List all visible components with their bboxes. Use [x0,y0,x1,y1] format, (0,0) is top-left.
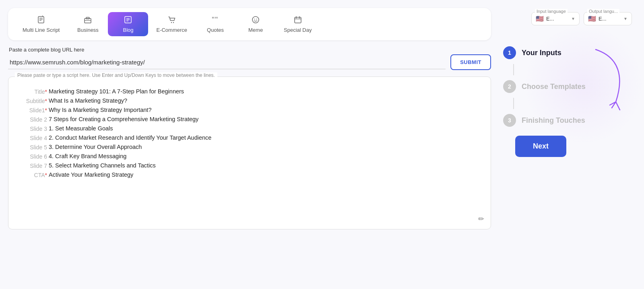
tab-label-special-day: Special Day [284,27,312,33]
step-label-3: Finishing Touches [522,116,585,125]
tab-quotes[interactable]: ""Quotes [195,12,235,36]
script-line: Slide 42. Conduct Market Research and Id… [15,134,484,141]
script-line-label-1: Subtitle* [15,97,47,104]
svg-point-16 [252,17,259,23]
submit-button[interactable]: SUBMIT [450,54,491,70]
tab-icon-business [83,15,92,25]
step-connector-2 [513,98,514,109]
step-connector-1 [513,64,514,75]
script-line-content-9: Activate Your Marketing Strategy [49,171,484,178]
tab-label-meme: Meme [248,27,263,33]
edit-icon[interactable]: ✏ [478,215,484,223]
tab-blog[interactable]: Blog [108,12,148,36]
svg-rect-0 [38,17,44,23]
steps-and-next: 1Your Inputs2Choose Templates3Finishing … [499,37,636,157]
output-language-arrow: ▼ [623,17,627,21]
output-language-value: E... [599,16,607,22]
script-line-label-6: Slide 5 [15,144,47,151]
script-line-content-5: 2. Conduct Market Research and Identify … [49,134,484,141]
script-line-label-4: Slide 3 [15,125,47,132]
required-asterisk: * [45,172,47,178]
svg-rect-19 [295,17,301,23]
output-flag: 🇺🇸 [588,15,596,23]
tab-business[interactable]: Business [68,12,108,36]
tab-icon-quotes: "" [211,15,220,25]
script-line-label-5: Slide 4 [15,134,47,141]
script-line-content-0: Marketing Strategy 101: A 7-Step Plan fo… [49,88,484,95]
url-input[interactable] [8,56,446,69]
required-asterisk: * [45,107,47,114]
url-section: Paste a complete blog URL here SUBMIT [8,47,491,70]
svg-rect-6 [86,17,89,19]
script-line-label-0: Title* [15,88,47,95]
svg-text:": " [215,16,218,24]
script-line: Subtitle*What Is a Marketing Strategy? [15,97,484,104]
tab-label-multi-line-script: Multi Line Script [23,27,60,33]
tab-icon-meme [251,15,260,25]
script-line-label-3: Slide 2 [15,116,47,123]
script-line-label-9: CTA* [15,171,47,178]
script-line-content-3: 7 Steps for Creating a Comprehensive Mar… [49,116,484,122]
svg-text:": " [212,16,215,24]
script-line-label-2: Slide1* [15,107,47,114]
output-language-label: Output langu... [587,9,619,14]
next-button[interactable]: Next [515,136,566,157]
curved-arrow [588,45,624,118]
tab-multi-line-script[interactable]: Multi Line Script [14,12,68,36]
url-input-row: SUBMIT [8,54,491,70]
required-asterisk: * [45,98,47,104]
input-language-value: E... [546,16,554,22]
script-line-content-4: 1. Set Measurable Goals [49,125,484,132]
lang-dropdowns: Input language 🇺🇸 E... ▼ Output langu...… [531,12,632,25]
script-line: Slide 27 Steps for Creating a Comprehens… [15,116,484,123]
right-sidebar: Input language 🇺🇸 E... ▼ Output langu...… [499,8,636,281]
script-line: Slide 75. Select Marketing Channels and … [15,162,484,169]
script-line: Slide1*Why Is a Marketing Strategy Impor… [15,107,484,114]
tab-label-business: Business [77,27,99,33]
input-flag: 🇺🇸 [536,15,544,23]
tab-label-blog: Blog [123,27,133,33]
svg-point-18 [256,19,257,20]
svg-point-12 [171,22,172,23]
script-line: Slide 64. Craft Key Brand Messaging [15,153,484,160]
script-line-content-1: What Is a Marketing Strategy? [49,97,484,104]
script-hint: Please paste or type a script here. Use … [15,72,217,78]
step-circle-3: 3 [503,114,516,127]
tab-icon-special-day [293,15,302,25]
step-circle-2: 2 [503,80,516,93]
tab-label-quotes: Quotes [207,27,224,33]
script-line-label-7: Slide 6 [15,153,47,160]
script-container: Please paste or type a script here. Use … [8,76,491,229]
script-line: Title*Marketing Strategy 101: A 7-Step P… [15,88,484,95]
step-circle-1: 1 [503,46,516,59]
url-label: Paste a complete blog URL here [8,47,491,53]
svg-point-13 [173,22,174,23]
script-line: Slide 53. Determine Your Overall Approac… [15,144,484,151]
required-asterisk: * [45,89,47,95]
tab-icon-ecommerce [167,15,176,25]
tab-meme[interactable]: Meme [235,12,276,36]
script-line-content-6: 3. Determine Your Overall Approach [49,144,484,150]
input-language-label: Input language [535,9,568,14]
input-language-arrow: ▼ [571,17,575,21]
script-line-content-7: 4. Craft Key Brand Messaging [49,153,484,159]
script-line-content-2: Why Is a Marketing Strategy Important? [49,107,484,113]
tab-special-day[interactable]: Special Day [276,12,320,36]
content-area: Multi Line ScriptBusinessBlogE-Commerce"… [8,8,491,281]
script-lines: Title*Marketing Strategy 101: A 7-Step P… [15,85,484,178]
script-line-content-8: 5. Select Marketing Channels and Tactics [49,162,484,169]
step-label-2: Choose Templates [522,83,586,91]
svg-point-17 [254,19,255,20]
tab-icon-blog [124,15,132,25]
script-line: CTA*Activate Your Marketing Strategy [15,171,484,178]
tab-bar: Multi Line ScriptBusinessBlogE-Commerce"… [8,8,491,40]
tab-ecommerce[interactable]: E-Commerce [148,12,195,36]
script-line: Slide 31. Set Measurable Goals [15,125,484,132]
tab-label-ecommerce: E-Commerce [156,27,187,33]
step-label-1: Your Inputs [522,49,561,57]
script-line-label-8: Slide 7 [15,162,47,169]
input-language-dropdown[interactable]: Input language 🇺🇸 E... ▼ [531,12,580,25]
tab-icon-multi-line-script [37,15,45,25]
output-language-dropdown[interactable]: Output langu... 🇺🇸 E... ▼ [584,12,632,25]
